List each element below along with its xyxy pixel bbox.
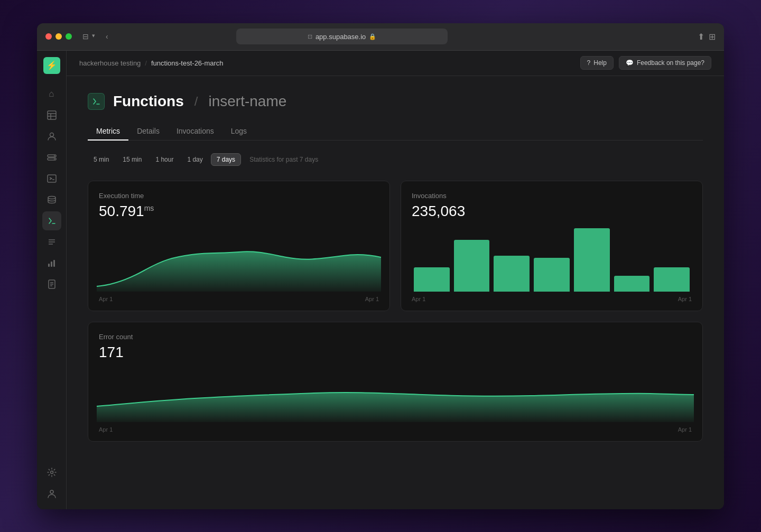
svg-point-7: [54, 155, 55, 156]
filter-5min[interactable]: 5 min: [88, 153, 115, 166]
sidebar-item-storage[interactable]: [42, 148, 61, 167]
error-count-dates: Apr 1 Apr 1: [99, 426, 692, 433]
url-text: app.supabase.io: [315, 33, 366, 41]
invocations-dates: Apr 1 Apr 1: [412, 296, 692, 302]
svg-point-11: [48, 196, 55, 199]
breadcrumb-project[interactable]: hackerhouse testing: [79, 59, 141, 67]
filter-1hour[interactable]: 1 hour: [150, 153, 179, 166]
bar-3: [534, 258, 570, 292]
error-count-label: Error count: [99, 333, 692, 341]
close-button[interactable]: [45, 33, 52, 40]
sidebar-item-reports[interactable]: [42, 254, 61, 273]
lock-icon: 🔒: [369, 33, 376, 40]
invocations-chart: [412, 228, 692, 292]
tab-invocations[interactable]: Invocations: [168, 123, 222, 141]
browser-icon: ⊡: [308, 33, 312, 40]
filter-1day[interactable]: 1 day: [181, 153, 208, 166]
titlebar-actions: ⬆ ⊞: [698, 32, 716, 42]
tab-logs[interactable]: Logs: [222, 123, 255, 141]
sidebar-item-home[interactable]: ⌂: [42, 85, 61, 104]
page-sep: /: [194, 94, 198, 109]
sidebar: ⚡ ⌂: [37, 51, 67, 509]
main-area: hackerhouse testing / functions-test-26-…: [67, 51, 724, 509]
sidebar-item-logs[interactable]: [42, 232, 61, 251]
svg-point-23: [50, 471, 53, 473]
breadcrumb-sep1: /: [145, 59, 147, 67]
invocations-card: Invocations 235,063 Apr 1 Apr 1: [401, 181, 703, 311]
feedback-button[interactable]: 💬 Feedback on this page?: [619, 56, 711, 70]
svg-rect-18: [53, 260, 55, 267]
execution-time-dates: Apr 1 Apr 1: [99, 296, 379, 302]
breadcrumb-page: functions-test-26-march: [151, 59, 224, 67]
charts-grid: Execution time 50.791ms: [88, 181, 703, 311]
bar-6: [654, 267, 690, 292]
time-filters: 5 min 15 min 1 hour 1 day 7 days Statist…: [88, 153, 703, 166]
bar-4: [574, 228, 610, 292]
error-count-card: Error count 171: [88, 322, 703, 442]
tab-details[interactable]: Details: [128, 123, 168, 141]
topbar: hackerhouse testing / functions-test-26-…: [67, 51, 724, 76]
filter-7days[interactable]: 7 days: [211, 153, 241, 166]
app-body: ⚡ ⌂: [37, 51, 724, 509]
tabs: Metrics Details Invocations Logs: [88, 123, 703, 141]
page-title: insert-name: [208, 93, 286, 110]
bar-2: [494, 256, 530, 291]
feedback-icon: 💬: [626, 59, 634, 67]
svg-rect-0: [48, 111, 56, 119]
bar-1: [454, 240, 490, 291]
breadcrumb: hackerhouse testing / functions-test-26-…: [79, 59, 224, 67]
sidebar-item-database[interactable]: [42, 190, 61, 209]
svg-rect-16: [48, 264, 50, 267]
sidebar-item-settings[interactable]: [42, 463, 61, 482]
sidebar-item-terminal[interactable]: [42, 169, 61, 188]
functions-icon: [88, 93, 105, 110]
sidebar-item-functions[interactable]: [42, 211, 61, 230]
svg-point-4: [50, 133, 53, 136]
minimize-button[interactable]: [55, 33, 62, 40]
sidebar-item-users[interactable]: [42, 127, 61, 146]
new-tab-icon[interactable]: ⊞: [709, 32, 716, 42]
url-bar[interactable]: ⊡ app.supabase.io 🔒: [236, 29, 448, 44]
svg-point-24: [50, 490, 53, 493]
stats-label: Statistics for past 7 days: [249, 156, 318, 163]
error-count-chart: [97, 369, 694, 422]
sidebar-item-docs[interactable]: [42, 275, 61, 294]
help-icon: ?: [587, 59, 591, 67]
maximize-button[interactable]: [66, 33, 72, 40]
titlebar: ⊟ ▾ ‹ ⊡ app.supabase.io 🔒 ⬆ ⊞: [37, 23, 724, 51]
back-button[interactable]: ‹: [106, 32, 108, 41]
sidebar-item-table[interactable]: [42, 106, 61, 125]
sidebar-toggle[interactable]: ⊟ ▾: [82, 32, 95, 41]
execution-time-chart: [97, 228, 381, 292]
bar-0: [414, 267, 450, 292]
app-window: ⊟ ▾ ‹ ⊡ app.supabase.io 🔒 ⬆ ⊞ ⚡ ⌂: [37, 23, 724, 509]
share-icon[interactable]: ⬆: [698, 32, 704, 42]
execution-time-card: Execution time 50.791ms: [88, 181, 390, 311]
execution-time-label: Execution time: [99, 192, 379, 200]
svg-rect-17: [51, 262, 52, 267]
tab-metrics[interactable]: Metrics: [88, 123, 128, 141]
svg-point-8: [54, 158, 55, 160]
filter-15min[interactable]: 15 min: [117, 153, 147, 166]
page-section: Functions: [113, 93, 184, 110]
supabase-logo[interactable]: ⚡: [43, 57, 60, 74]
sidebar-item-profile[interactable]: [42, 484, 61, 503]
invocations-value: 235,063: [412, 203, 692, 220]
help-button[interactable]: ? Help: [580, 56, 614, 70]
execution-time-value: 50.791ms: [99, 203, 379, 220]
traffic-lights: [45, 33, 72, 40]
invocations-label: Invocations: [412, 192, 692, 200]
main-content: Functions / insert-name Metrics Details …: [67, 76, 724, 509]
error-count-value: 171: [99, 344, 692, 361]
bar-5: [614, 276, 650, 292]
page-header: Functions / insert-name: [88, 93, 703, 110]
topbar-actions: ? Help 💬 Feedback on this page?: [580, 56, 711, 70]
